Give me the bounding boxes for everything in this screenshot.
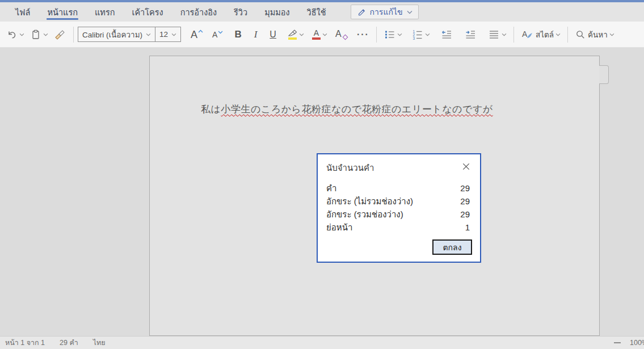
underline-letter: U: [270, 30, 276, 39]
clear-formatting-button[interactable]: A: [332, 27, 351, 43]
font-color-button[interactable]: A: [309, 27, 330, 42]
chevron-down-icon: [609, 33, 614, 36]
font-name-value: Calibri (เนื้อความ): [82, 28, 142, 41]
bullets-button[interactable]: [381, 26, 405, 43]
word-app-window: { "tabs": { "items": [ {"label": "ไฟล์"}…: [0, 0, 644, 349]
caret-up-icon: [198, 30, 203, 33]
find-label: ค้นหา: [588, 28, 608, 41]
ribbon-tab-bar: ไฟล์ หน้าแรก แทรก เค้าโครง การอ้างอิง รี…: [0, 2, 644, 22]
undo-button[interactable]: [3, 27, 27, 43]
stat-row-chars-no-spaces: อักขระ (ไม่รวมช่องว่าง) 29: [326, 195, 470, 208]
chevron-down-icon: [425, 33, 430, 36]
styles-button[interactable]: A สไตล์: [518, 26, 563, 43]
italic-letter: I: [254, 30, 258, 39]
paste-button[interactable]: [27, 27, 51, 43]
bulleted-list-icon: [384, 28, 395, 40]
numbering-button[interactable]: 1 2 3: [409, 26, 433, 43]
numbered-list-icon: 1 2 3: [411, 28, 423, 40]
zoom-out-icon[interactable]: [614, 342, 621, 343]
chevron-down-icon: [43, 33, 48, 36]
bold-letter: B: [234, 30, 241, 39]
close-icon[interactable]: [460, 161, 472, 173]
editing-mode-button[interactable]: การแก้ไข: [351, 5, 419, 19]
page-margin-marker[interactable]: [599, 65, 609, 84]
tab-review[interactable]: รีวิว: [225, 2, 256, 22]
stat-value: 29: [460, 196, 470, 206]
toolbar-separator: [376, 27, 377, 43]
chevron-down-icon: [146, 33, 151, 36]
stat-row-words: คำ 29: [326, 182, 470, 195]
zoom-controls: 100%: [614, 337, 644, 349]
chevron-down-icon: [502, 33, 507, 36]
font-name-combobox[interactable]: Calibri (เนื้อความ): [78, 27, 155, 42]
more-options-button[interactable]: ···: [354, 27, 372, 42]
alignment-button[interactable]: [485, 26, 510, 43]
bold-button[interactable]: B: [231, 27, 244, 41]
stat-label: อักขระ (ไม่รวมช่องว่าง): [326, 195, 413, 208]
font-size-combobox[interactable]: 12: [155, 27, 181, 42]
chevron-down-icon: [397, 33, 402, 36]
highlight-color-bar: [288, 37, 297, 40]
chevron-down-icon: [407, 10, 413, 14]
tab-home[interactable]: หน้าแรก: [39, 2, 86, 22]
toolbar-separator: [567, 27, 568, 43]
document-text-misspelled: 小学生のころから花粉症なので花粉症のエリートなのですが: [221, 104, 493, 115]
pencil-icon: [357, 7, 366, 16]
zoom-level[interactable]: 100%: [630, 339, 644, 347]
word-count-stats: คำ 29 อักขระ (ไม่รวมช่องว่าง) 29 อักขระ …: [318, 175, 480, 234]
stat-label: อักขระ (รวมช่องว่าง): [326, 208, 403, 221]
toolbar-separator: [513, 27, 514, 43]
stat-label: คำ: [326, 182, 336, 195]
format-painter-icon: [54, 29, 66, 40]
page-indicator[interactable]: หน้า 1 จาก 1: [5, 337, 45, 348]
tab-insert[interactable]: แทรก: [86, 2, 123, 22]
tab-help[interactable]: วิธีใช้: [298, 2, 335, 22]
italic-button[interactable]: I: [251, 27, 260, 41]
stat-value: 29: [460, 209, 470, 219]
word-count-dialog: นับจำนวนคำ คำ 29 อักขระ (ไม่รวมช่องว่าง)…: [317, 153, 481, 263]
editing-mode-label: การแก้ไข: [370, 6, 403, 18]
clipboard-icon: [30, 29, 41, 40]
font-size-value: 12: [159, 30, 168, 39]
clear-format-letter: A: [335, 30, 342, 39]
chevron-down-icon: [19, 33, 24, 36]
stat-row-chars-with-spaces: อักขระ (รวมช่องว่าง) 29: [326, 208, 470, 221]
shrink-font-letter: A: [212, 31, 217, 39]
document-text-leading: 私は: [201, 104, 221, 115]
eraser-diamond-icon: [342, 34, 348, 40]
grow-font-button[interactable]: A: [188, 27, 206, 42]
decrease-indent-button[interactable]: [437, 26, 456, 43]
styles-label: สไตล์: [536, 28, 554, 41]
highlight-button[interactable]: [285, 27, 307, 42]
svg-text:3: 3: [413, 36, 415, 40]
find-button[interactable]: ค้นหา: [572, 26, 617, 43]
tab-references[interactable]: การอ้างอิง: [172, 2, 225, 22]
caret-down-icon: [218, 31, 223, 34]
ellipsis-icon: ···: [357, 30, 369, 40]
decrease-indent-icon: [440, 28, 453, 40]
highlighter-icon: [288, 30, 297, 37]
toolbar-separator: [73, 27, 74, 43]
increase-indent-button[interactable]: [461, 26, 479, 43]
status-bar: หน้า 1 จาก 1 29 คำ ไทย 100%: [0, 336, 644, 349]
word-count-status[interactable]: 29 คำ: [60, 337, 78, 348]
chevron-down-icon: [299, 33, 304, 36]
document-text-line[interactable]: 私は小学生のころから花粉症なので花粉症のエリートなのですが: [201, 103, 493, 116]
stat-value: 1: [465, 222, 470, 232]
tab-layout[interactable]: เค้าโครง: [123, 2, 171, 22]
styles-icon: A: [521, 28, 534, 40]
chevron-down-icon: [322, 33, 327, 36]
tab-view[interactable]: มุมมอง: [256, 2, 298, 22]
tab-file[interactable]: ไฟล์: [7, 2, 39, 22]
language-status[interactable]: ไทย: [93, 337, 106, 348]
increase-indent-icon: [464, 28, 477, 40]
svg-text:A: A: [522, 30, 528, 39]
underline-button[interactable]: U: [267, 28, 279, 41]
shrink-font-button[interactable]: A: [209, 28, 226, 41]
format-painter-button[interactable]: [51, 27, 69, 43]
dialog-title: นับจำนวนคำ: [326, 161, 374, 175]
stat-label: ย่อหน้า: [326, 221, 352, 234]
font-color-letter: A: [314, 29, 319, 37]
font-color-bar: [312, 37, 321, 40]
ok-button[interactable]: ตกลง: [432, 239, 472, 255]
